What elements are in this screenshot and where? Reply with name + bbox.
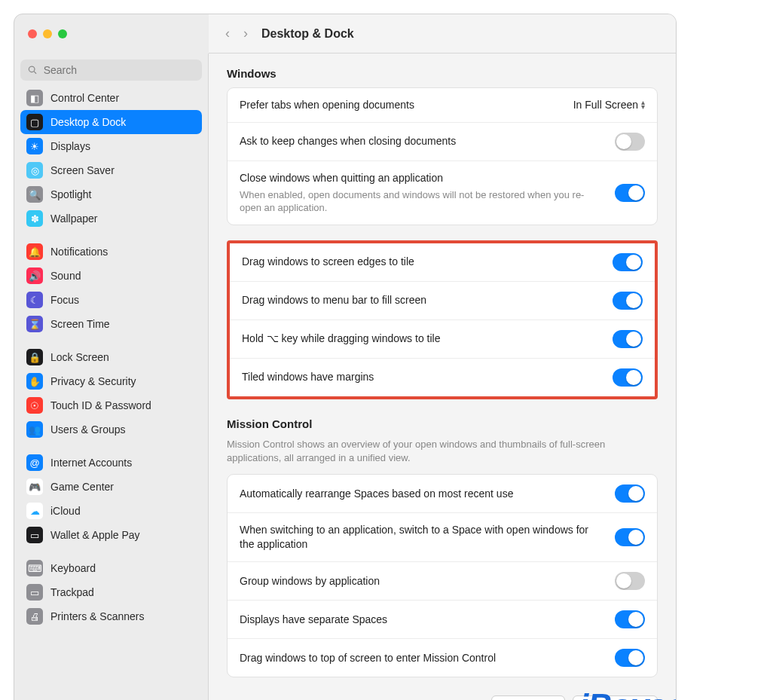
row-group-app: Group windows by application [228,561,657,600]
sidebar-icon: ☉ [26,397,43,414]
settings-window: ‹ › Desktop & Dock ◧Control Center▢Deskt… [14,14,677,700]
toggle-sep-spaces[interactable] [615,610,645,628]
sidebar-icon: 🖨 [26,608,43,625]
prefer-tabs-select[interactable]: In Full Screen ▴▾ [573,99,645,111]
sidebar-item-label: Desktop & Dock [50,116,126,128]
toggle-drag-top[interactable] [615,649,645,667]
sidebar-icon: ◎ [26,162,43,179]
select-value: In Full Screen [573,99,638,111]
sidebar-item-touch-id-password[interactable]: ☉Touch ID & Password [20,393,202,417]
sidebar-item-internet-accounts[interactable]: @Internet Accounts [20,451,202,475]
sidebar-item-wallet-apple-pay[interactable]: ▭Wallet & Apple Pay [20,523,202,547]
row-subtext: When enabled, open documents and windows… [240,188,606,215]
window-body: ◧Control Center▢Desktop & Dock☀Displays◎… [14,53,676,700]
row-label: Drag windows to menu bar to fill screen [242,293,603,307]
toggle-switch-space[interactable] [615,528,645,546]
sidebar-item-label: Screen Saver [50,164,115,176]
sidebar-item-displays[interactable]: ☀Displays [20,134,202,158]
search-input[interactable] [44,64,194,76]
sidebar-item-wallpaper[interactable]: ✽Wallpaper [20,206,202,231]
row-drag-edges: Drag windows to screen edges to tile [230,243,655,281]
row-label: Tiled windows have margins [242,370,603,384]
sidebar-item-label: Trackpad [50,586,94,598]
toggle-drag-edges[interactable] [613,253,643,271]
toggle-hold-opt[interactable] [613,330,643,348]
sidebar-icon: ▭ [26,527,43,543]
row-auto-rearrange: Automatically rearrange Spaces based on … [228,475,657,512]
row-label: Close windows when quitting an applicati… [240,171,606,215]
toggle-auto-rearrange[interactable] [615,484,645,503]
row-tiled-margins: Tiled windows have margins [230,358,655,396]
search-icon [28,65,38,75]
sidebar-item-icloud[interactable]: ☁iCloud [20,499,202,523]
row-label-text: Close windows when quitting an applicati… [240,171,606,185]
zoom-window-button[interactable] [58,29,67,38]
toggle-close-quit[interactable] [615,184,645,202]
page-title: Desktop & Dock [261,27,354,41]
row-drag-top: Drag windows to top of screen to enter M… [228,638,657,677]
row-prefer-tabs[interactable]: Prefer tabs when opening documents In Fu… [228,88,657,122]
traffic-lights [14,14,209,53]
row-switch-space: When switching to an application, switch… [228,512,657,561]
sidebar-item-screen-time[interactable]: ⌛Screen Time [20,312,202,336]
sidebar-icon: @ [26,454,43,471]
sidebar-icon: ⌛ [26,316,43,332]
sidebar-item-users-groups[interactable]: 👥Users & Groups [20,417,202,442]
section-title-mission: Mission Control [227,417,658,430]
sidebar-item-sound[interactable]: 🔊Sound [20,264,202,288]
row-close-quit: Close windows when quitting an applicati… [228,160,657,225]
toggle-tiled-margins[interactable] [613,368,643,387]
forward-button[interactable]: › [243,26,248,41]
row-label: When switching to an application, switch… [240,523,606,552]
row-label: Group windows by application [240,574,606,588]
close-window-button[interactable] [28,29,37,38]
sidebar-item-label: Screen Time [50,318,110,330]
row-label: Ask to keep changes when closing documen… [240,134,606,148]
sidebar-item-game-center[interactable]: 🎮Game Center [20,475,202,499]
hot-corners-button[interactable]: Hot Corners… [573,695,658,700]
section-desc-mission: Mission Control shows an overview of you… [227,438,658,465]
sidebar-item-spotlight[interactable]: 🔍Spotlight [20,182,202,206]
sidebar-icon: ✽ [26,210,43,227]
sidebar-icon: ☁ [26,503,43,519]
minimize-window-button[interactable] [43,29,52,38]
sidebar-icon: ◧ [26,90,43,106]
row-ask-keep: Ask to keep changes when closing documen… [228,122,657,160]
sidebar-item-label: Privacy & Security [50,375,136,387]
back-button[interactable]: ‹ [225,26,230,41]
sidebar-item-label: Users & Groups [50,423,126,436]
sidebar-item-label: Displays [50,140,90,152]
sidebar-item-keyboard[interactable]: ⌨Keyboard [20,556,202,580]
row-label: Hold ⌥ key while dragging windows to til… [242,332,603,346]
row-drag-menu: Drag windows to menu bar to fill screen [230,281,655,319]
content-pane: Windows Prefer tabs when opening documen… [209,53,676,700]
sidebar-icon: 🎮 [26,478,43,495]
sidebar-item-label: Internet Accounts [50,457,132,469]
sidebar-icon: ⌨ [26,560,43,576]
sidebar-item-desktop-dock[interactable]: ▢Desktop & Dock [20,110,202,134]
sidebar-icon: ☀ [26,138,43,154]
sidebar-icon: 🔍 [26,186,43,203]
toggle-ask-keep[interactable] [615,133,645,151]
row-label: Drag windows to top of screen to enter M… [240,651,606,665]
sidebar-item-control-center[interactable]: ◧Control Center [20,86,202,110]
sidebar-item-notifications[interactable]: 🔔Notifications [20,240,202,264]
sidebar-item-label: Printers & Scanners [50,610,145,622]
sidebar-item-screen-saver[interactable]: ◎Screen Saver [20,158,202,182]
sidebar-item-printers-scanners[interactable]: 🖨Printers & Scanners [20,604,202,628]
sidebar-icon: ▢ [26,114,43,130]
sidebar-item-label: Keyboard [50,562,96,574]
sidebar-item-trackpad[interactable]: ▭Trackpad [20,580,202,604]
chevron-updown-icon: ▴▾ [641,100,645,109]
row-sep-spaces: Displays have separate Spaces [228,600,657,638]
sidebar-item-privacy-security[interactable]: ✋Privacy & Security [20,369,202,393]
section-title-windows: Windows [227,67,658,80]
sidebar-item-focus[interactable]: ☾Focus [20,288,202,312]
sidebar-item-label: Touch ID & Password [50,399,151,411]
search-field[interactable] [20,60,202,81]
shortcuts-button[interactable]: Shortcuts… [491,695,565,700]
toggle-group-app[interactable] [615,572,645,590]
toggle-drag-menu[interactable] [613,292,643,310]
sidebar-item-label: Wallpaper [50,212,98,225]
sidebar-item-lock-screen[interactable]: 🔒Lock Screen [20,345,202,369]
